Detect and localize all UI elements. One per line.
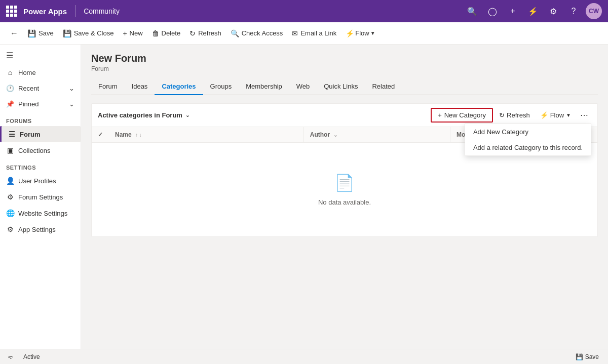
brand-label: Power Apps — [23, 7, 67, 16]
settings-icon[interactable]: ⚙ — [545, 3, 561, 19]
recent-icon[interactable]: ◯ — [484, 3, 501, 19]
status-bar: ⤽ Active 💾 Save — [0, 349, 608, 364]
sidebar-item-recent[interactable]: 🕐 Recent ⌄ — [0, 80, 81, 96]
refresh-icon: ↻ — [189, 29, 196, 37]
flow-icon: ⚡ — [346, 29, 354, 37]
flow-button[interactable]: ⚡ Flow ▼ — [341, 27, 379, 39]
user-profiles-icon: 👤 — [6, 177, 14, 185]
dropdown-add-related-category[interactable]: Add a related Category to this record. — [465, 140, 591, 155]
sidebar-item-pinned[interactable]: 📌 Pinned ⌄ — [0, 96, 81, 112]
name-sort-icons[interactable]: ↑ ↓ — [135, 132, 142, 138]
recent-chevron-icon: ⌄ — [69, 85, 74, 92]
main-layout: ☰ ⌂ Home 🕐 Recent ⌄ 📌 Pinned ⌄ Forums ☰ … — [0, 45, 608, 349]
sidebar-item-forum-settings[interactable]: ⚙ Forum Settings — [0, 189, 81, 205]
new-button[interactable]: + New — [119, 27, 146, 39]
check-access-icon: 🔍 — [231, 29, 239, 37]
website-settings-icon: 🌐 — [6, 209, 14, 217]
home-icon: ⌂ — [6, 68, 14, 76]
recent-nav-icon: 🕐 — [6, 85, 14, 92]
table-refresh-icon: ↻ — [499, 111, 505, 119]
flow-chevron-icon: ▼ — [370, 30, 375, 36]
content-area: New Forum Forum Forum Ideas Categories G… — [81, 45, 608, 349]
community-label: Community — [84, 7, 120, 15]
new-category-button[interactable]: + New Category — [431, 108, 493, 123]
email-link-button[interactable]: ✉ Email a Link — [288, 27, 340, 39]
tab-web[interactable]: Web — [289, 78, 317, 95]
sidebar-hamburger[interactable]: ☰ — [0, 47, 81, 64]
sidebar-item-app-settings[interactable]: ⚙ App Settings — [0, 221, 81, 237]
plus-category-icon: + — [438, 111, 442, 119]
col-header-author[interactable]: Author ⌄ — [303, 127, 450, 143]
app-settings-icon: ⚙ — [6, 225, 14, 233]
page-header: New Forum Forum — [91, 53, 598, 72]
save-close-button[interactable]: 💾 Save & Close — [59, 27, 118, 39]
table-refresh-button[interactable]: ↻ Refresh — [495, 109, 534, 122]
forums-section-label: Forums — [0, 112, 81, 126]
data-card-title: Active categories in Forum ⌄ — [98, 111, 189, 119]
tab-ideas[interactable]: Ideas — [125, 78, 155, 95]
more-options-button[interactable]: ⋯ — [577, 108, 591, 123]
sidebar-item-website-settings[interactable]: 🌐 Website Settings — [0, 205, 81, 221]
page-title: New Forum — [91, 53, 598, 64]
sidebar-item-forum[interactable]: ☰ Forum — [0, 126, 81, 142]
sidebar-item-collections[interactable]: ▣ Collections — [0, 142, 81, 158]
table-flow-chevron-icon: ▼ — [566, 112, 571, 118]
col-header-check: ✓ — [92, 127, 109, 143]
status-label: Active — [23, 353, 40, 360]
check-icon: ✓ — [98, 131, 103, 138]
sidebar-item-home[interactable]: ⌂ Home — [0, 64, 81, 80]
table-flow-icon: ⚡ — [540, 111, 548, 119]
sidebar: ☰ ⌂ Home 🕐 Recent ⌄ 📌 Pinned ⌄ Forums ☰ … — [0, 45, 81, 349]
nav-divider — [75, 5, 75, 17]
delete-button[interactable]: 🗑 Delete — [148, 27, 185, 39]
top-navigation: Power Apps Community 🔍 ◯ + ⚡ ⚙ ? CW — [0, 0, 608, 22]
forum-icon: ☰ — [8, 130, 16, 138]
check-access-button[interactable]: 🔍 Check Access — [226, 27, 287, 39]
collections-icon: ▣ — [6, 146, 14, 154]
empty-icon: 📄 — [334, 173, 355, 192]
data-card-header: Active categories in Forum ⌄ + New Categ… — [92, 104, 597, 127]
tab-groups[interactable]: Groups — [203, 78, 239, 95]
empty-text: No data available. — [318, 198, 371, 206]
save-button[interactable]: 💾 Save — [23, 27, 58, 39]
tab-forum[interactable]: Forum — [91, 78, 125, 95]
waffle-menu-icon[interactable] — [6, 6, 17, 17]
save-icon: 💾 — [27, 29, 36, 37]
search-icon[interactable]: 🔍 — [464, 3, 480, 19]
col-header-name[interactable]: Name ↑ ↓ — [109, 127, 303, 143]
avatar[interactable]: CW — [586, 3, 602, 19]
help-icon[interactable]: ? — [565, 3, 582, 19]
tabs: Forum Ideas Categories Groups Membership… — [91, 78, 598, 95]
pinned-icon: 📌 — [6, 100, 14, 108]
page-subtitle: Forum — [91, 65, 598, 72]
new-icon: + — [123, 29, 127, 37]
sidebar-item-user-profiles[interactable]: 👤 User Profiles — [0, 173, 81, 189]
delete-icon: 🗑 — [152, 29, 159, 37]
dropdown-menu: Add New Category Add a related Category … — [465, 124, 591, 156]
save-close-icon: 💾 — [63, 29, 71, 37]
empty-state: 📄 No data available. — [92, 143, 597, 236]
tab-quick-links[interactable]: Quick Links — [317, 78, 365, 95]
forum-settings-icon: ⚙ — [6, 193, 14, 201]
expand-button[interactable]: ⤽ — [6, 352, 15, 361]
toolbar: ← 💾 Save 💾 Save & Close + New 🗑 Delete ↻… — [0, 22, 608, 45]
dropdown-add-new-category[interactable]: Add New Category — [465, 124, 591, 140]
data-card-actions: + New Category ↻ Refresh ⚡ Flow ▼ ⋯ — [431, 108, 591, 123]
pinned-chevron-icon: ⌄ — [69, 100, 74, 108]
filter-chevron-icon[interactable]: ⌄ — [185, 112, 189, 118]
email-icon: ✉ — [292, 29, 298, 37]
tab-related[interactable]: Related — [365, 78, 402, 95]
tab-categories[interactable]: Categories — [155, 78, 203, 95]
expand-icon: ⤽ — [8, 353, 13, 360]
table-flow-button[interactable]: ⚡ Flow ▼ — [536, 109, 575, 122]
back-button[interactable]: ← — [6, 27, 22, 40]
data-card: Active categories in Forum ⌄ + New Categ… — [91, 103, 598, 237]
author-sort-icon[interactable]: ⌄ — [333, 132, 337, 138]
settings-section-label: Settings — [0, 158, 81, 173]
filter-icon[interactable]: ⚡ — [525, 3, 541, 19]
status-save-icon: 💾 — [576, 353, 583, 360]
status-save-button[interactable]: 💾 Save — [573, 352, 602, 361]
plus-icon[interactable]: + — [505, 3, 521, 19]
tab-membership[interactable]: Membership — [239, 78, 289, 95]
refresh-button[interactable]: ↻ Refresh — [185, 27, 225, 39]
